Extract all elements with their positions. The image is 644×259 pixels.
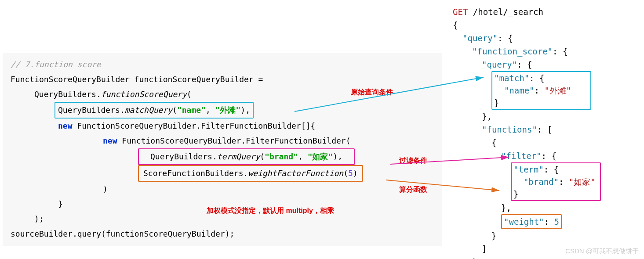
code-line: sourceBuilder.query(functionScoreQueryBu… <box>11 227 434 241</box>
weight-factor-box: ScoreFunctionBuilders.weightFactorFuncti… <box>138 165 363 182</box>
weight-box-wrapper: ScoreFunctionBuilders.weightFactorFuncti… <box>11 165 434 182</box>
term-query-box-wrapper: QueryBuilders.termQuery("brand", "如家"), <box>11 148 434 165</box>
match-query-box: QueryBuilders.matchQuery("name", "外滩"), <box>55 102 254 119</box>
code-line: ) <box>11 182 434 197</box>
json-term-box: "term": { "brand": "如家" } <box>511 162 601 201</box>
match-query-box-wrapper: QueryBuilders.matchQuery("name", "外滩"), <box>11 102 434 119</box>
annotation-original-query: 原始查询条件 <box>351 88 393 97</box>
java-code-panel: // 7.function score FunctionScoreQueryBu… <box>3 53 442 246</box>
annotation-boost-mode: 加权模式没指定，默认用 multiply，相乘 <box>207 206 334 216</box>
json-match-box: "match": { "name": "外滩" } <box>491 71 591 110</box>
term-query-box: QueryBuilders.termQuery("brand", "如家"), <box>138 148 355 165</box>
json-weight-box: "weight": 5 <box>501 214 562 229</box>
code-line: new FunctionScoreQueryBuilder.FilterFunc… <box>11 119 434 133</box>
http-path: /hotel/_search <box>468 7 543 17</box>
watermark: CSDN @可我不想做饼干 <box>565 247 639 255</box>
http-method: GET <box>453 7 468 17</box>
code-line: FunctionScoreQueryBuilder functionScoreQ… <box>11 72 434 87</box>
comment-line: // 7.function score <box>11 60 101 69</box>
json-panel: GET /hotel/_search { "query": { "functio… <box>448 3 641 259</box>
code-line: new FunctionScoreQueryBuilder.FilterFunc… <box>11 133 434 148</box>
annotation-filter: 过滤条件 <box>399 156 427 165</box>
annotation-score-fn: 算分函数 <box>399 185 427 194</box>
